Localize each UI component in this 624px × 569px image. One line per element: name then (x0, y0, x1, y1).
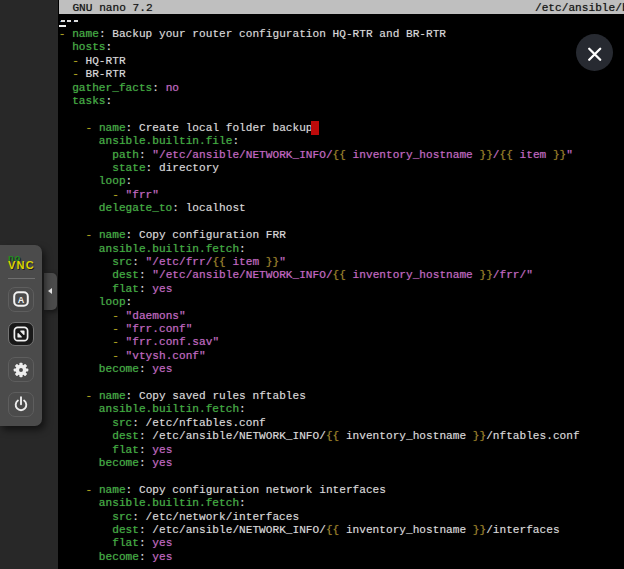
svg-text:A: A (18, 295, 25, 305)
